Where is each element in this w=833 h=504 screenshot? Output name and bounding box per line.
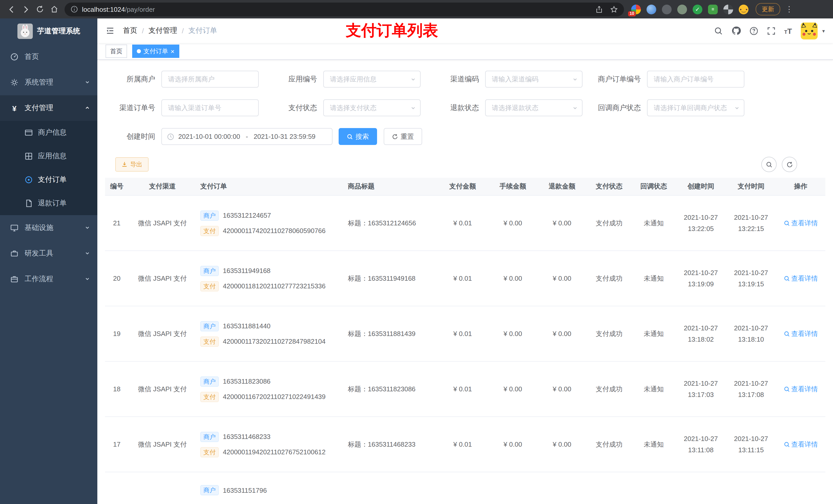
font-size-button[interactable]: TT xyxy=(784,26,792,35)
yen-icon: ¥ xyxy=(10,104,19,112)
sidebar-item-payment[interactable]: ¥ 支付管理 xyxy=(0,95,97,121)
chevron-down-icon xyxy=(85,249,90,258)
clock-icon xyxy=(167,133,174,140)
browser-reload-button[interactable] xyxy=(33,2,47,16)
browser-update-button[interactable]: 更新 xyxy=(756,3,780,15)
github-icon xyxy=(731,26,740,35)
refresh-icon xyxy=(392,134,398,140)
view-detail-link[interactable]: 查看详情 xyxy=(784,384,818,393)
merchant-input[interactable] xyxy=(161,71,259,88)
filter-channel-code-label: 渠道编码 xyxy=(429,74,485,84)
sidebar-item-pay-order[interactable]: 支付订单 xyxy=(0,168,97,192)
sidebar-item-app-info[interactable]: 应用信息 xyxy=(0,144,97,168)
bank-card-icon xyxy=(25,128,33,137)
filter-merchant-order-label: 商户订单编号 xyxy=(591,74,647,84)
sidebar-item-refund-order[interactable]: 退款订单 xyxy=(0,192,97,215)
merchant-order-no: 163531151796 xyxy=(223,486,267,494)
sidebar-item-home[interactable]: 首页 xyxy=(0,44,97,70)
filter-callback-status: 回调商户状态 xyxy=(591,99,753,116)
extension-drop-icon[interactable] xyxy=(646,4,656,14)
magnifier-icon xyxy=(784,441,790,448)
fullscreen-icon xyxy=(767,26,776,35)
merchant-order-no: 1635311881440 xyxy=(223,322,270,330)
merchant-tag: 商户 xyxy=(200,266,219,276)
user-avatar[interactable] xyxy=(801,22,818,39)
pay-status-select[interactable] xyxy=(323,99,421,116)
view-detail-link[interactable]: 查看详情 xyxy=(784,274,818,283)
merchant-order-no: 1635312124657 xyxy=(223,212,271,219)
channel-code-select[interactable] xyxy=(485,71,582,88)
tag-close-icon[interactable]: × xyxy=(171,48,174,54)
page-title: 支付订单列表 xyxy=(346,20,438,41)
date-range-picker[interactable]: 2021-10-01 00:00:00 - 2021-10-31 23:59:5… xyxy=(161,128,332,145)
callback-status-select[interactable] xyxy=(647,99,744,116)
navbar-actions: TT xyxy=(714,22,825,39)
extension-dark-icon[interactable] xyxy=(662,4,672,14)
sidebar-item-workflow[interactable]: 工作流程 xyxy=(0,266,97,292)
address-bar[interactable]: localhost:1024/pay/order xyxy=(65,2,624,16)
sidebar-logo[interactable]: 芋道管理系统 xyxy=(0,19,97,44)
logo-rabbit-icon xyxy=(17,24,32,39)
sidebar-item-merchant-info[interactable]: 商户信息 xyxy=(0,121,97,144)
active-dot xyxy=(137,49,141,53)
refund-status-select[interactable] xyxy=(485,99,582,116)
table-search-toggle-button[interactable] xyxy=(761,157,777,172)
merchant-order-no: 1635311949168 xyxy=(223,267,270,274)
grid-icon xyxy=(25,152,33,160)
pay-tag: 支付 xyxy=(200,225,219,236)
merchant-order-no: 1635311823086 xyxy=(223,378,270,385)
fullscreen-button[interactable] xyxy=(767,26,776,35)
date-start: 2021-10-01 00:00:00 xyxy=(178,133,240,140)
pay-order-no: 4200001174202110278060590766 xyxy=(223,227,326,235)
avatar-caret-icon[interactable]: ▾ xyxy=(822,28,825,33)
site-info-icon[interactable] xyxy=(71,6,78,13)
breadcrumb-payment[interactable]: 支付管理 xyxy=(148,26,177,35)
browser-menu-button[interactable]: ⋮ xyxy=(785,5,793,14)
filter-channel-code: 渠道编码 xyxy=(429,71,591,88)
search-button[interactable]: 搜索 xyxy=(339,128,377,145)
export-button[interactable]: 导出 xyxy=(115,157,148,172)
merchant-tag: 商户 xyxy=(200,432,219,442)
browser-forward-button[interactable] xyxy=(19,2,33,16)
sidebar-item-infra[interactable]: 基础设施 xyxy=(0,215,97,241)
merchant-tag: 商户 xyxy=(200,485,219,495)
sidebar-toggle-button[interactable] xyxy=(105,26,115,35)
channel-order-input[interactable] xyxy=(161,99,259,116)
extensions-cluster: 10 ✓ ≡ •‿• xyxy=(631,4,748,14)
tag-pay-order[interactable]: 支付订单 × xyxy=(132,45,179,58)
github-button[interactable] xyxy=(731,26,740,35)
monitor-icon xyxy=(10,224,19,232)
table-row: 18 微信 JSAPI 支付 商户1635311823086 支付4200001… xyxy=(105,362,825,417)
tag-home[interactable]: 首页 xyxy=(105,45,127,58)
view-detail-link[interactable]: 查看详情 xyxy=(784,329,818,338)
reset-button[interactable]: 重置 xyxy=(384,128,422,145)
header-search-button[interactable] xyxy=(714,26,722,35)
app-select[interactable] xyxy=(323,71,421,88)
bookmark-star-icon[interactable] xyxy=(610,5,618,13)
extension-chat-icon[interactable]: ≡ xyxy=(708,4,718,14)
back-icon xyxy=(7,5,16,14)
toolbox-icon xyxy=(10,249,19,258)
table-refresh-button[interactable] xyxy=(782,157,797,172)
browser-back-button[interactable] xyxy=(4,2,19,16)
sidebar-item-system[interactable]: 系统管理 xyxy=(0,70,97,95)
sidebar-item-dev-tools[interactable]: 研发工具 xyxy=(0,241,97,266)
extension-pinwheel-icon[interactable] xyxy=(723,4,733,14)
extension-face-icon[interactable]: •‿• xyxy=(739,4,748,14)
top-navbar: 首页 / 支付管理 / 支付订单 支付订单列表 xyxy=(97,19,833,43)
magnifier-icon xyxy=(784,386,790,392)
forward-icon xyxy=(21,5,30,14)
browser-home-button[interactable] xyxy=(47,2,62,16)
filter-pay-status-label: 支付状态 xyxy=(267,103,323,113)
extension-sage-icon[interactable] xyxy=(677,4,687,14)
share-icon[interactable] xyxy=(595,5,603,13)
breadcrumb-home[interactable]: 首页 xyxy=(123,26,137,35)
view-detail-link[interactable]: 查看详情 xyxy=(784,440,818,449)
view-detail-link[interactable]: 查看详情 xyxy=(784,218,818,228)
document-icon xyxy=(25,199,33,208)
extension-puzzle-icon[interactable]: 10 xyxy=(631,4,641,14)
docs-help-button[interactable] xyxy=(749,26,758,35)
extension-check-icon[interactable]: ✓ xyxy=(693,4,703,14)
merchant-order-input[interactable] xyxy=(647,71,744,88)
search-icon xyxy=(347,134,353,140)
